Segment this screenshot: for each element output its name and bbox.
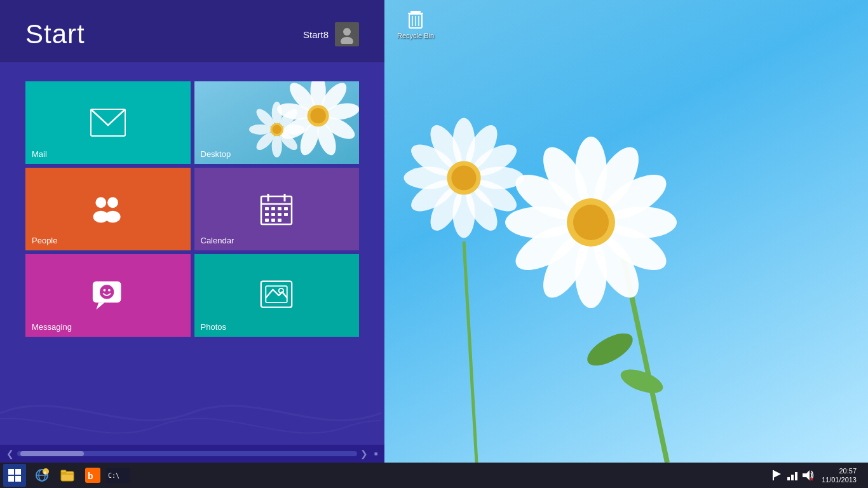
taskbar-cmd-button[interactable]: C:\	[106, 464, 130, 487]
svg-text:C:\: C:\	[108, 472, 119, 479]
svg-point-67	[105, 211, 120, 223]
user-avatar[interactable]	[335, 22, 359, 46]
svg-rect-76	[265, 213, 269, 216]
scroll-left-button[interactable]: ❮	[6, 449, 14, 459]
messaging-icon	[92, 279, 125, 312]
svg-point-86	[103, 289, 105, 292]
tile-photos[interactable]: Photos	[194, 254, 360, 337]
tile-mail[interactable]: Mail	[25, 81, 191, 164]
svg-rect-73	[271, 207, 275, 210]
svg-rect-79	[284, 213, 288, 216]
explorer-icon	[60, 468, 75, 483]
svg-rect-110	[795, 472, 797, 480]
scrollbar-thumb[interactable]	[20, 451, 84, 456]
windows-logo-icon	[8, 469, 21, 482]
taskbar-explorer-button[interactable]	[55, 464, 79, 487]
flag-icon[interactable]	[771, 469, 783, 482]
calendar-icon	[260, 193, 293, 226]
svg-rect-33	[410, 11, 421, 13]
volume-icon[interactable]	[801, 469, 814, 482]
taskbar-start-button[interactable]	[3, 464, 26, 487]
scroll-area: ❮ ❯ ▪	[0, 445, 384, 463]
svg-text:b: b	[88, 471, 93, 481]
clock-date: 11/01/2013	[822, 475, 857, 484]
tile-photos-label: Photos	[201, 322, 226, 332]
ie-icon: e	[34, 468, 50, 483]
people-icon	[90, 191, 126, 227]
svg-point-40	[341, 37, 353, 44]
svg-rect-92	[15, 469, 21, 475]
mail-icon	[90, 109, 126, 137]
scroll-close-button[interactable]: ▪	[374, 447, 378, 461]
recycle-bin-label: Recycle Bin	[397, 32, 434, 39]
scrollbar-track[interactable]	[17, 451, 357, 456]
svg-rect-91	[8, 469, 14, 475]
svg-point-64	[95, 197, 106, 208]
svg-rect-77	[271, 213, 275, 216]
tile-calendar-label: Calendar	[201, 236, 234, 245]
svg-point-87	[108, 289, 111, 292]
tile-mail-label: Mail	[32, 149, 47, 159]
start-panel: Start Start8 Mail	[0, 0, 384, 463]
bing-icon: b	[85, 468, 100, 483]
svg-rect-94	[15, 476, 21, 482]
tile-people-label: People	[32, 236, 57, 245]
svg-marker-107	[773, 470, 781, 478]
start-header: Start Start8	[0, 0, 384, 62]
tile-messaging-label: Messaging	[32, 322, 72, 332]
svg-point-15	[573, 205, 609, 240]
recycle-bin-icon	[405, 10, 426, 30]
clock-time: 20:57	[839, 466, 857, 475]
svg-marker-84	[96, 302, 104, 309]
tile-messaging[interactable]: Messaging	[25, 254, 191, 337]
svg-rect-74	[278, 207, 281, 210]
cmd-icon: C:\	[106, 468, 130, 483]
username-label: Start8	[303, 29, 329, 40]
taskbar-ie-button[interactable]: e	[30, 464, 54, 487]
svg-point-29	[451, 165, 476, 190]
user-area[interactable]: Start8	[303, 22, 359, 46]
svg-rect-78	[278, 213, 281, 216]
recycle-bin[interactable]: Recycle Bin	[397, 10, 434, 39]
start-title: Start	[25, 19, 85, 50]
taskbar-bing-button[interactable]: b	[81, 464, 105, 487]
svg-rect-109	[791, 475, 794, 480]
svg-marker-111	[803, 470, 810, 480]
svg-point-66	[107, 197, 118, 208]
svg-text:e: e	[44, 470, 46, 475]
network-icon[interactable]	[786, 469, 799, 482]
svg-rect-93	[8, 476, 14, 482]
tiles-area: Mail	[0, 62, 384, 445]
tile-calendar[interactable]: Calendar	[194, 168, 360, 250]
tile-people[interactable]: People	[25, 168, 191, 250]
taskbar-system-tray: 20:57 11/01/2013	[771, 466, 865, 485]
svg-point-63	[272, 125, 281, 134]
svg-point-53	[310, 108, 325, 123]
svg-point-39	[343, 28, 351, 36]
svg-rect-108	[787, 477, 790, 480]
svg-rect-82	[278, 219, 281, 222]
photos-icon	[260, 279, 293, 312]
avatar-icon	[337, 25, 356, 44]
taskbar-clock[interactable]: 20:57 11/01/2013	[817, 466, 862, 485]
svg-point-85	[100, 285, 114, 299]
taskbar: e b C:\	[0, 463, 868, 488]
scroll-right-button[interactable]: ❯	[360, 449, 368, 459]
svg-rect-75	[284, 207, 288, 210]
svg-rect-101	[61, 470, 66, 473]
tile-desktop-label: Desktop	[201, 149, 231, 159]
tile-desktop[interactable]: Desktop	[194, 81, 360, 164]
svg-rect-81	[271, 219, 275, 222]
svg-rect-72	[265, 207, 269, 210]
svg-rect-80	[265, 219, 269, 222]
